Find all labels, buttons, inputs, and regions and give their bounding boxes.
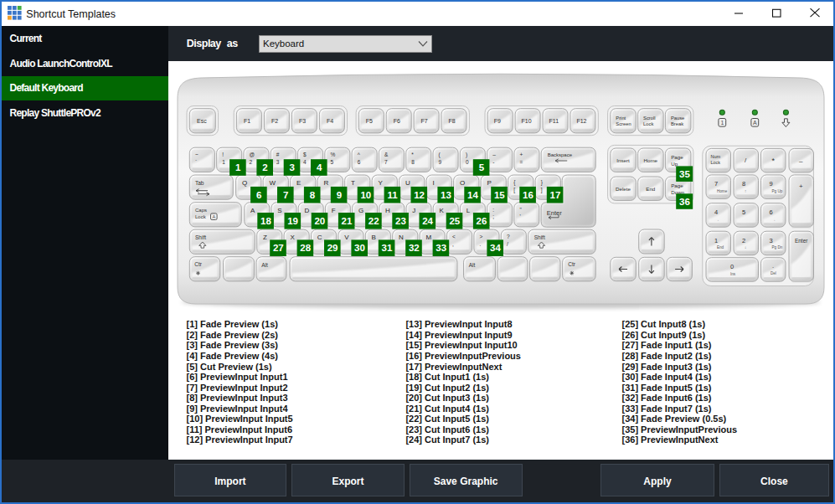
svg-text:34: 34 [490, 243, 501, 253]
svg-text:I: I [432, 179, 434, 187]
svg-text:10: 10 [360, 190, 371, 200]
svg-text:12: 12 [414, 190, 425, 200]
svg-text:7: 7 [283, 190, 288, 200]
svg-text:.: . [772, 262, 774, 270]
svg-text:J: J [412, 207, 415, 214]
svg-text:9: 9 [337, 190, 342, 200]
svg-text:F8: F8 [449, 118, 456, 124]
svg-text:Ins: Ins [730, 272, 736, 276]
svg-text:R: R [323, 179, 328, 187]
svg-text:Home: Home [644, 157, 658, 163]
svg-text:Esc: Esc [197, 118, 207, 124]
svg-text:18: 18 [260, 216, 271, 226]
svg-text:B: B [372, 234, 376, 241]
svg-text:%: % [330, 152, 335, 157]
svg-text:Shift: Shift [195, 234, 206, 240]
svg-text:4: 4 [317, 162, 322, 172]
svg-text:Shift: Shift [534, 234, 545, 240]
svg-text:): ) [466, 152, 467, 158]
svg-text:↑: ↑ [745, 189, 746, 193]
svg-text:!: ! [222, 152, 224, 157]
svg-text:M: M [425, 234, 431, 241]
svg-text:17: 17 [550, 190, 561, 200]
svg-text:F10: F10 [522, 118, 532, 124]
svg-text:1: 1 [222, 159, 225, 165]
svg-text:28: 28 [300, 243, 311, 253]
svg-text:Z: Z [263, 234, 267, 241]
svg-text:E: E [296, 179, 301, 187]
svg-text:+: + [520, 152, 523, 157]
svg-text:Pause: Pause [671, 116, 684, 121]
svg-text:Alt: Alt [261, 262, 268, 268]
svg-text:26: 26 [477, 216, 487, 226]
svg-text:Backspace: Backspace [548, 152, 573, 157]
svg-text:7: 7 [714, 180, 718, 188]
svg-text:;: ; [492, 213, 494, 219]
svg-text:4: 4 [303, 159, 307, 165]
svg-text:/: / [507, 241, 508, 247]
svg-text:Page: Page [671, 183, 683, 188]
svg-text:Alt: Alt [469, 262, 476, 268]
svg-text:6: 6 [358, 159, 361, 165]
svg-text:2: 2 [742, 237, 745, 244]
svg-text:35: 35 [679, 169, 690, 179]
svg-text:G: G [358, 207, 363, 214]
svg-text:↓: ↓ [745, 245, 746, 249]
svg-text:–: – [492, 152, 496, 157]
svg-text:Print: Print [616, 116, 626, 121]
svg-text:Break: Break [671, 121, 683, 126]
svg-text::: : [492, 207, 494, 213]
svg-text:P: P [487, 179, 491, 187]
svg-text:': ' [519, 213, 520, 219]
svg-text:19: 19 [287, 216, 298, 226]
svg-text:F: F [332, 207, 336, 214]
svg-text:27: 27 [273, 243, 284, 253]
svg-text:Pg Dn: Pg Dn [772, 245, 783, 249]
svg-text:#: # [276, 152, 280, 157]
svg-text:11: 11 [388, 190, 399, 200]
svg-text:F1: F1 [244, 118, 250, 124]
svg-text:9: 9 [770, 180, 773, 188]
svg-text:14: 14 [467, 190, 478, 200]
svg-text:+: + [799, 183, 803, 190]
svg-text:22: 22 [369, 216, 379, 226]
svg-text:F5: F5 [366, 118, 373, 124]
svg-text:Tab: Tab [195, 180, 204, 186]
svg-text:<: < [452, 234, 456, 239]
svg-text:7: 7 [384, 159, 388, 165]
svg-text:V: V [344, 234, 349, 241]
svg-text:D: D [305, 207, 310, 214]
svg-text:`: ` [195, 159, 197, 165]
svg-text:~: ~ [195, 152, 198, 157]
svg-text:?: ? [507, 234, 510, 239]
svg-text:Q: Q [242, 179, 247, 187]
svg-text:32: 32 [409, 243, 420, 253]
svg-text:23: 23 [395, 216, 406, 226]
svg-text:F6: F6 [394, 118, 400, 124]
svg-text:Enter: Enter [795, 238, 808, 244]
svg-text:36: 36 [679, 197, 690, 207]
svg-text:Screen: Screen [616, 121, 631, 126]
svg-text:Ctr: Ctr [194, 261, 203, 267]
svg-text:Enter: Enter [547, 209, 562, 217]
svg-text:Y: Y [378, 179, 383, 187]
svg-text:A: A [753, 120, 757, 126]
svg-text:=: = [520, 159, 523, 165]
svg-text:→: → [772, 218, 776, 222]
svg-text:Delete: Delete [616, 186, 631, 192]
svg-text:*: * [772, 157, 776, 165]
svg-text:0: 0 [466, 159, 469, 165]
svg-text:15: 15 [494, 190, 505, 200]
svg-text:F2: F2 [271, 118, 278, 124]
svg-text:,: , [452, 241, 454, 247]
svg-text:2: 2 [262, 162, 267, 172]
svg-text:X: X [290, 234, 295, 241]
svg-text:8: 8 [742, 180, 745, 188]
svg-text:A: A [212, 214, 215, 219]
svg-text:-: - [492, 159, 494, 165]
svg-text:8: 8 [310, 190, 316, 200]
svg-text:[: [ [513, 187, 515, 193]
svg-text:]: ] [541, 187, 543, 193]
svg-text:6: 6 [770, 208, 773, 216]
svg-text:–: – [799, 157, 803, 165]
